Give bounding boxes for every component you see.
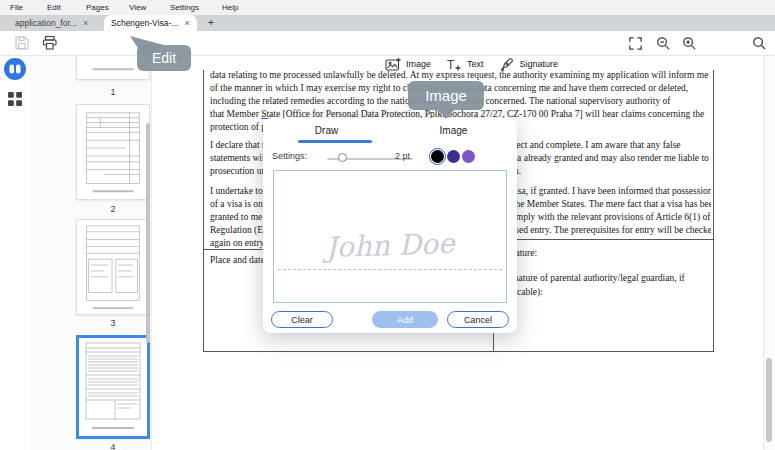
insert-image-tool[interactable]: Image	[385, 57, 431, 72]
thumbnail-label: 4	[76, 442, 150, 450]
signature-baseline	[278, 269, 502, 270]
main-toolbar: Edit ↑ 4 / 4 ↓ 128%	[0, 31, 775, 56]
cancel-button[interactable]: Cancel	[447, 311, 509, 328]
menu-view[interactable]: View	[129, 0, 146, 15]
menu-pages[interactable]: Pages	[86, 0, 109, 15]
table-border-bottom	[203, 351, 714, 352]
zoom-out-icon[interactable]	[656, 36, 672, 52]
signature-draw-canvas[interactable]: John Doe	[273, 170, 507, 303]
table-border-right	[713, 70, 714, 351]
settings-label: Settings:	[272, 151, 307, 161]
menu-bar: File Edit Pages View Settings Help	[0, 0, 775, 15]
edit-tooltip: Edit	[137, 45, 191, 71]
signature-dialog: Draw Image Settings: 2 pt John Doe Clear…	[263, 118, 517, 333]
save-icon[interactable]	[14, 35, 30, 51]
grid-view-icon[interactable]	[8, 92, 22, 106]
color-swatch-indigo[interactable]	[447, 150, 460, 163]
search-icon[interactable]	[752, 36, 768, 52]
close-icon[interactable]: ×	[184, 18, 189, 28]
dialog-tab-image[interactable]: Image	[390, 125, 517, 136]
fullscreen-icon[interactable]	[628, 36, 644, 52]
image-tooltip: Image	[408, 81, 484, 110]
text-tool-label: Text	[467, 59, 484, 69]
thumbnail-label: 3	[76, 318, 150, 328]
page-thumbnail-sketch	[77, 105, 149, 199]
image-icon	[385, 57, 401, 72]
page-thumbnail-sketch	[79, 338, 147, 436]
insert-signature-tool[interactable]: Signature	[499, 57, 559, 72]
thumbnail-label: 1	[76, 87, 150, 97]
signature-placeholder: John Doe	[273, 225, 506, 266]
active-tab-underline	[298, 140, 372, 143]
image-tool-label: Image	[406, 59, 431, 69]
guardian-signature-line-1: (Signature of parental authority/legal g…	[498, 272, 685, 285]
clear-button[interactable]: Clear	[271, 311, 333, 328]
thumbnail-label: 2	[76, 204, 150, 214]
thumbnail-page-4[interactable]	[76, 335, 150, 439]
new-tab-button[interactable]: +	[203, 15, 219, 31]
thumbnail-view-icon[interactable]	[4, 58, 26, 80]
signature-icon	[499, 57, 515, 72]
menu-help[interactable]: Help	[222, 0, 238, 15]
color-swatch-black[interactable]	[431, 150, 444, 163]
sidebar-rail	[0, 56, 30, 450]
dialog-tab-draw[interactable]: Draw	[263, 125, 390, 136]
svg-text:T: T	[447, 57, 455, 71]
thumbnail-page-2[interactable]	[76, 104, 150, 200]
stroke-width-value: 2 pt	[395, 151, 410, 161]
place-and-date-label: Place and date:	[210, 254, 268, 267]
document-tab-bar: application_for... × Schengen-Visa-... ×…	[0, 15, 775, 31]
document-scrollbar-thumb[interactable]	[766, 358, 772, 442]
color-swatch-purple[interactable]	[462, 150, 475, 163]
close-icon[interactable]: ×	[83, 18, 88, 28]
menu-edit[interactable]: Edit	[47, 0, 61, 15]
table-border-left	[203, 70, 204, 351]
thumbnail-page-3[interactable]	[76, 219, 150, 315]
insert-text-tool[interactable]: T Text	[446, 57, 484, 72]
image-tooltip-tail	[437, 109, 455, 119]
slider-thumb[interactable]	[338, 153, 347, 162]
page-thumbnail-sketch	[77, 220, 149, 314]
print-icon[interactable]	[42, 35, 58, 51]
thumbnails-scrollbar[interactable]	[146, 123, 150, 343]
tab-schengen-visa[interactable]: Schengen-Visa-... ×	[104, 15, 197, 31]
menu-settings[interactable]: Settings	[170, 0, 199, 15]
menu-file[interactable]: File	[10, 0, 23, 15]
tab-label: Schengen-Visa-...	[111, 18, 178, 28]
tab-application-form[interactable]: application_for... ×	[8, 15, 95, 31]
tab-label: application_for...	[15, 18, 77, 28]
edit-tools-bar: Image T Text Signature	[152, 56, 763, 70]
zoom-in-icon[interactable]	[682, 36, 698, 52]
add-button[interactable]: Add	[372, 311, 438, 328]
text-icon: T	[446, 57, 462, 72]
signature-tool-label: Signature	[520, 59, 559, 69]
page-thumbnails-panel: 1 2 3	[30, 56, 152, 450]
